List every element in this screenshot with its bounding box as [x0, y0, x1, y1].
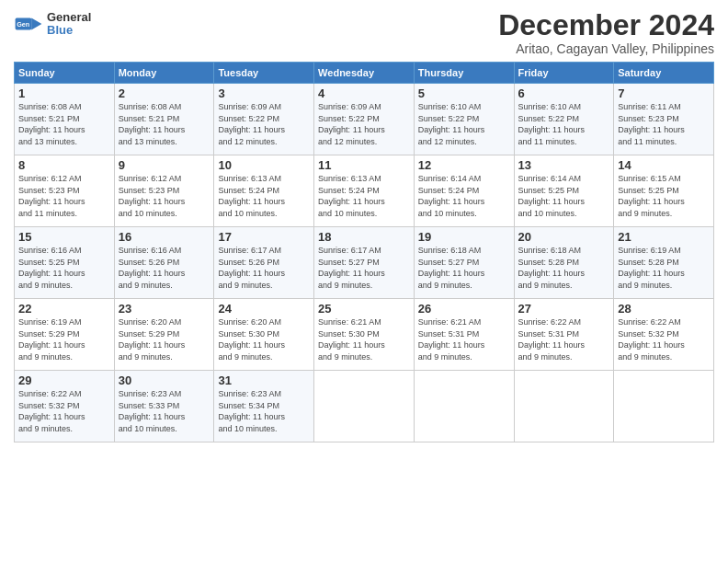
- day-cell: 19Sunrise: 6:18 AM Sunset: 5:27 PM Dayli…: [414, 227, 514, 299]
- day-cell: 14Sunrise: 6:15 AM Sunset: 5:25 PM Dayli…: [614, 155, 714, 227]
- day-cell: 4Sunrise: 6:09 AM Sunset: 5:22 PM Daylig…: [314, 84, 415, 155]
- day-info: Sunrise: 6:23 AM Sunset: 5:34 PM Dayligh…: [218, 388, 310, 434]
- day-cell: 2Sunrise: 6:08 AM Sunset: 5:21 PM Daylig…: [114, 84, 214, 155]
- day-number: 28: [618, 302, 710, 316]
- day-cell: 20Sunrise: 6:18 AM Sunset: 5:28 PM Dayli…: [514, 227, 614, 299]
- title-block: December 2024 Aritao, Cagayan Valley, Ph…: [498, 9, 714, 56]
- day-info: Sunrise: 6:12 AM Sunset: 5:23 PM Dayligh…: [18, 173, 110, 219]
- day-number: 22: [18, 302, 110, 316]
- day-number: 10: [218, 158, 310, 172]
- day-cell: 17Sunrise: 6:17 AM Sunset: 5:26 PM Dayli…: [214, 227, 314, 299]
- day-number: 17: [218, 230, 310, 244]
- month-title: December 2024: [498, 9, 714, 41]
- week-row-3: 15Sunrise: 6:16 AM Sunset: 5:25 PM Dayli…: [15, 227, 714, 299]
- day-info: Sunrise: 6:13 AM Sunset: 5:24 PM Dayligh…: [318, 173, 410, 219]
- day-number: 23: [119, 302, 210, 316]
- day-info: Sunrise: 6:21 AM Sunset: 5:31 PM Dayligh…: [418, 316, 510, 362]
- day-number: 31: [218, 373, 310, 387]
- svg-marker-1: [31, 18, 41, 30]
- day-cell: 6Sunrise: 6:10 AM Sunset: 5:22 PM Daylig…: [514, 84, 614, 155]
- day-cell: 21Sunrise: 6:19 AM Sunset: 5:28 PM Dayli…: [614, 227, 714, 299]
- header-cell-wednesday: Wednesday: [314, 63, 415, 84]
- calendar-page: Gen General Blue December 2024 Aritao, C…: [0, 0, 728, 563]
- day-info: Sunrise: 6:10 AM Sunset: 5:22 PM Dayligh…: [518, 101, 610, 147]
- day-info: Sunrise: 6:17 AM Sunset: 5:27 PM Dayligh…: [318, 245, 410, 291]
- day-number: 2: [119, 86, 210, 100]
- header-cell-sunday: Sunday: [15, 63, 115, 84]
- day-info: Sunrise: 6:21 AM Sunset: 5:30 PM Dayligh…: [318, 316, 410, 362]
- day-cell: 27Sunrise: 6:22 AM Sunset: 5:31 PM Dayli…: [514, 299, 614, 371]
- day-info: Sunrise: 6:20 AM Sunset: 5:30 PM Dayligh…: [218, 316, 310, 362]
- day-info: Sunrise: 6:10 AM Sunset: 5:22 PM Dayligh…: [418, 101, 510, 147]
- day-cell: 1Sunrise: 6:08 AM Sunset: 5:21 PM Daylig…: [15, 84, 115, 155]
- svg-text:Gen: Gen: [17, 20, 29, 29]
- day-cell: [414, 371, 514, 442]
- day-number: 7: [618, 86, 710, 100]
- day-number: 1: [18, 86, 110, 100]
- day-cell: 18Sunrise: 6:17 AM Sunset: 5:27 PM Dayli…: [314, 227, 415, 299]
- day-number: 11: [318, 158, 410, 172]
- day-cell: 7Sunrise: 6:11 AM Sunset: 5:23 PM Daylig…: [614, 84, 714, 155]
- logo-line1: General: [47, 11, 91, 24]
- day-cell: 25Sunrise: 6:21 AM Sunset: 5:30 PM Dayli…: [314, 299, 415, 371]
- day-cell: 8Sunrise: 6:12 AM Sunset: 5:23 PM Daylig…: [15, 155, 115, 227]
- day-cell: 22Sunrise: 6:19 AM Sunset: 5:29 PM Dayli…: [15, 299, 115, 371]
- day-info: Sunrise: 6:22 AM Sunset: 5:32 PM Dayligh…: [618, 316, 710, 362]
- day-cell: 11Sunrise: 6:13 AM Sunset: 5:24 PM Dayli…: [314, 155, 415, 227]
- logo-line2: Blue: [47, 24, 91, 37]
- day-info: Sunrise: 6:12 AM Sunset: 5:23 PM Dayligh…: [119, 173, 210, 219]
- day-cell: 5Sunrise: 6:10 AM Sunset: 5:22 PM Daylig…: [414, 84, 514, 155]
- logo-icon: Gen: [14, 9, 43, 39]
- week-row-2: 8Sunrise: 6:12 AM Sunset: 5:23 PM Daylig…: [15, 155, 714, 227]
- day-cell: 12Sunrise: 6:14 AM Sunset: 5:24 PM Dayli…: [414, 155, 514, 227]
- day-info: Sunrise: 6:22 AM Sunset: 5:31 PM Dayligh…: [518, 316, 610, 362]
- day-number: 14: [618, 158, 710, 172]
- day-info: Sunrise: 6:18 AM Sunset: 5:28 PM Dayligh…: [518, 245, 610, 291]
- day-cell: 13Sunrise: 6:14 AM Sunset: 5:25 PM Dayli…: [514, 155, 614, 227]
- day-number: 5: [418, 86, 510, 100]
- calendar-table: SundayMondayTuesdayWednesdayThursdayFrid…: [14, 62, 714, 442]
- day-info: Sunrise: 6:11 AM Sunset: 5:23 PM Dayligh…: [618, 101, 710, 147]
- day-info: Sunrise: 6:14 AM Sunset: 5:24 PM Dayligh…: [418, 173, 510, 219]
- week-row-1: 1Sunrise: 6:08 AM Sunset: 5:21 PM Daylig…: [15, 84, 714, 155]
- header-cell-saturday: Saturday: [614, 63, 714, 84]
- header-cell-friday: Friday: [514, 63, 614, 84]
- day-number: 6: [518, 86, 610, 100]
- header: Gen General Blue December 2024 Aritao, C…: [14, 9, 714, 56]
- day-number: 3: [218, 86, 310, 100]
- day-number: 29: [18, 373, 110, 387]
- day-cell: 28Sunrise: 6:22 AM Sunset: 5:32 PM Dayli…: [614, 299, 714, 371]
- day-info: Sunrise: 6:19 AM Sunset: 5:29 PM Dayligh…: [18, 316, 110, 362]
- day-number: 26: [418, 302, 510, 316]
- day-info: Sunrise: 6:08 AM Sunset: 5:21 PM Dayligh…: [119, 101, 210, 147]
- day-cell: 3Sunrise: 6:09 AM Sunset: 5:22 PM Daylig…: [214, 84, 314, 155]
- day-number: 20: [518, 230, 610, 244]
- week-row-4: 22Sunrise: 6:19 AM Sunset: 5:29 PM Dayli…: [15, 299, 714, 371]
- day-info: Sunrise: 6:19 AM Sunset: 5:28 PM Dayligh…: [618, 245, 710, 291]
- subtitle: Aritao, Cagayan Valley, Philippines: [498, 41, 714, 56]
- day-info: Sunrise: 6:22 AM Sunset: 5:32 PM Dayligh…: [18, 388, 110, 434]
- day-number: 27: [518, 302, 610, 316]
- day-info: Sunrise: 6:14 AM Sunset: 5:25 PM Dayligh…: [518, 173, 610, 219]
- day-info: Sunrise: 6:20 AM Sunset: 5:29 PM Dayligh…: [119, 316, 210, 362]
- day-cell: 26Sunrise: 6:21 AM Sunset: 5:31 PM Dayli…: [414, 299, 514, 371]
- day-info: Sunrise: 6:16 AM Sunset: 5:25 PM Dayligh…: [18, 245, 110, 291]
- day-cell: [614, 371, 714, 442]
- header-cell-tuesday: Tuesday: [214, 63, 314, 84]
- day-info: Sunrise: 6:17 AM Sunset: 5:26 PM Dayligh…: [218, 245, 310, 291]
- day-number: 25: [318, 302, 410, 316]
- day-number: 4: [318, 86, 410, 100]
- day-info: Sunrise: 6:18 AM Sunset: 5:27 PM Dayligh…: [418, 245, 510, 291]
- day-number: 9: [119, 158, 210, 172]
- day-cell: 29Sunrise: 6:22 AM Sunset: 5:32 PM Dayli…: [15, 371, 115, 442]
- day-number: 16: [119, 230, 210, 244]
- day-cell: [314, 371, 415, 442]
- week-row-5: 29Sunrise: 6:22 AM Sunset: 5:32 PM Dayli…: [15, 371, 714, 442]
- day-cell: 9Sunrise: 6:12 AM Sunset: 5:23 PM Daylig…: [114, 155, 214, 227]
- day-number: 8: [18, 158, 110, 172]
- day-info: Sunrise: 6:08 AM Sunset: 5:21 PM Dayligh…: [18, 101, 110, 147]
- day-number: 18: [318, 230, 410, 244]
- header-row: SundayMondayTuesdayWednesdayThursdayFrid…: [15, 63, 714, 84]
- day-cell: 30Sunrise: 6:23 AM Sunset: 5:33 PM Dayli…: [114, 371, 214, 442]
- day-cell: [514, 371, 614, 442]
